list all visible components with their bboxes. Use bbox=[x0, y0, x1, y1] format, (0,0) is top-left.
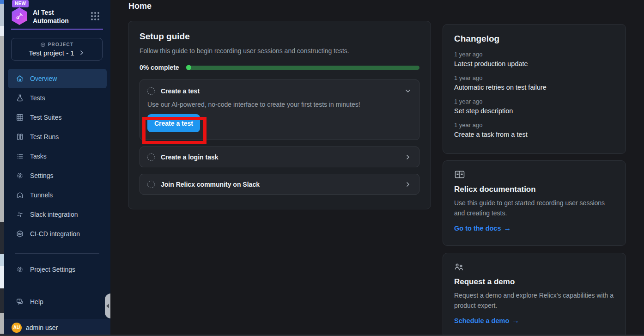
changelog-time: 1 year ago bbox=[454, 98, 614, 105]
cicd-icon bbox=[16, 230, 24, 238]
go-to-docs-link[interactable]: Go to the docs → bbox=[454, 224, 511, 232]
schedule-demo-link[interactable]: Schedule a demo → bbox=[454, 317, 519, 325]
sidebar-item-label: Test Suites bbox=[30, 114, 61, 121]
changelog-entry-title: Latest production update bbox=[454, 60, 614, 67]
changelog-time: 1 year ago bbox=[454, 122, 614, 128]
sidebar-item-label: Help bbox=[30, 298, 43, 305]
list-icon bbox=[16, 152, 24, 160]
request-demo-card: Request a demo Request a demo and explor… bbox=[443, 253, 626, 336]
people-icon bbox=[454, 263, 464, 272]
sidebar-item-label: Test Runs bbox=[30, 133, 59, 141]
collapse-arrow-icon bbox=[106, 304, 109, 308]
arrow-right-icon: → bbox=[504, 224, 511, 232]
sidebar-item-overview[interactable]: Overview bbox=[8, 69, 107, 88]
changelog-entry[interactable]: 1 year ago Set step description bbox=[454, 98, 614, 115]
page-title: Home bbox=[128, 1, 152, 11]
apps-grid-icon[interactable] bbox=[91, 12, 99, 20]
changelog-entry-title: Automatic retries on test failure bbox=[454, 84, 614, 91]
home-icon bbox=[16, 74, 24, 83]
sidebar-nav: Overview Tests Test Suites Test Runs bbox=[8, 69, 107, 244]
sidebar-item-help[interactable]: ? Help bbox=[8, 292, 107, 312]
flask-icon bbox=[16, 94, 24, 102]
main-content: Home Setup guide Follow this guide to be… bbox=[110, 0, 644, 336]
sidebar-item-label: Tasks bbox=[30, 153, 47, 160]
columns-icon bbox=[16, 133, 24, 141]
sidebar-item-label: Tunnels bbox=[30, 191, 53, 199]
sidebar-item-label: CI-CD integration bbox=[30, 230, 80, 238]
sidebar-item-label: Slack integration bbox=[30, 211, 78, 218]
chevron-down-icon bbox=[404, 87, 412, 95]
gear-icon bbox=[16, 171, 24, 180]
documentation-card: Relicx documentation Use this guide to g… bbox=[443, 160, 626, 246]
project-label: PROJECT bbox=[48, 42, 74, 47]
help-chat-icon: ? bbox=[16, 298, 24, 306]
tunnel-icon bbox=[16, 191, 24, 199]
sidebar-item-label: Project Settings bbox=[30, 266, 75, 273]
sidebar-item-slack-integration[interactable]: Slack integration bbox=[8, 205, 107, 224]
request-demo-description: Request a demo and explore Relicx's capa… bbox=[454, 291, 614, 311]
documentation-description: Use this guide to get started recording … bbox=[454, 198, 614, 218]
step-title: Create a login task bbox=[161, 153, 398, 161]
chevron-right-icon bbox=[404, 153, 412, 161]
changelog-entry[interactable]: 1 year ago Latest production update bbox=[454, 51, 614, 67]
create-test-button[interactable]: Create a test bbox=[147, 114, 200, 132]
setup-progress: 0% complete bbox=[140, 64, 419, 71]
sidebar-item-label: Overview bbox=[30, 75, 57, 82]
step-header[interactable]: Create a test bbox=[147, 87, 412, 95]
new-badge: NEW bbox=[12, 0, 29, 7]
changelog-time: 1 year ago bbox=[454, 51, 614, 58]
changelog-entry-title: Create a task from a test bbox=[454, 131, 614, 138]
setup-guide-title: Setup guide bbox=[140, 31, 419, 42]
setup-step-create-test: Create a test Use our AI-powered, no-cod… bbox=[140, 79, 419, 140]
changelog-card: Changelog 1 year ago Latest production u… bbox=[443, 24, 626, 154]
sidebar-item-settings[interactable]: Settings bbox=[8, 166, 107, 185]
sidebar-item-tasks[interactable]: Tasks bbox=[8, 147, 107, 166]
step-status-icon bbox=[147, 87, 155, 95]
svg-text:?: ? bbox=[18, 299, 20, 302]
arrow-right-icon: → bbox=[512, 317, 519, 325]
sidebar-item-label: Settings bbox=[30, 172, 54, 179]
table-icon bbox=[16, 113, 24, 122]
chevron-right-icon bbox=[404, 181, 412, 188]
avatar: AU bbox=[12, 323, 22, 333]
gavel-icon bbox=[14, 11, 24, 21]
project-name: Test project - 1 bbox=[29, 49, 74, 57]
book-icon bbox=[454, 170, 465, 179]
app-logo bbox=[11, 7, 28, 25]
brand-divider bbox=[11, 29, 103, 30]
project-selector[interactable]: PROJECT Test project - 1 bbox=[11, 38, 103, 61]
sidebar-item-cicd-integration[interactable]: CI-CD integration bbox=[8, 224, 107, 244]
setup-guide-description: Follow this guide to begin recording use… bbox=[140, 47, 419, 55]
setup-step-join-slack[interactable]: Join Relicx community on Slack bbox=[140, 174, 419, 195]
sidebar-item-label: Tests bbox=[30, 94, 45, 102]
step-title: Create a test bbox=[161, 87, 398, 95]
request-demo-title: Request a demo bbox=[454, 277, 614, 287]
step-status-icon bbox=[147, 153, 155, 161]
sidebar: NEW AI Test Automation PROJECT Test proj… bbox=[4, 0, 110, 336]
step-title: Join Relicx community on Slack bbox=[161, 181, 398, 188]
changelog-entry[interactable]: 1 year ago Automatic retries on test fai… bbox=[454, 74, 614, 91]
step-status-icon bbox=[147, 181, 155, 188]
changelog-time: 1 year ago bbox=[454, 74, 614, 81]
slack-icon bbox=[16, 210, 24, 219]
sidebar-item-tests[interactable]: Tests bbox=[8, 88, 107, 108]
sidebar-item-project-settings[interactable]: Project Settings bbox=[8, 260, 107, 279]
changelog-title: Changelog bbox=[454, 34, 614, 44]
background-window-sliver bbox=[0, 0, 4, 336]
progress-label: 0% complete bbox=[140, 64, 179, 71]
chevron-right-icon bbox=[79, 49, 85, 56]
sidebar-item-test-suites[interactable]: Test Suites bbox=[8, 108, 107, 127]
documentation-title: Relicx documentation bbox=[454, 185, 614, 194]
gear-icon bbox=[16, 265, 24, 274]
progress-bar bbox=[186, 66, 419, 70]
app-title: AI Test Automation bbox=[33, 9, 77, 25]
changelog-entry-title: Set step description bbox=[454, 107, 614, 115]
changelog-entry[interactable]: 1 year ago Create a task from a test bbox=[454, 122, 614, 138]
sidebar-item-test-runs[interactable]: Test Runs bbox=[8, 127, 107, 147]
setup-step-login-task[interactable]: Create a login task bbox=[140, 147, 419, 167]
cube-icon bbox=[40, 42, 46, 48]
sidebar-item-tunnels[interactable]: Tunnels bbox=[8, 185, 107, 205]
setup-guide-card: Setup guide Follow this guide to begin r… bbox=[128, 21, 431, 209]
user-menu[interactable]: AU admin user bbox=[4, 319, 110, 336]
step-description: Use our AI-powered, no-code interface to… bbox=[147, 101, 412, 108]
